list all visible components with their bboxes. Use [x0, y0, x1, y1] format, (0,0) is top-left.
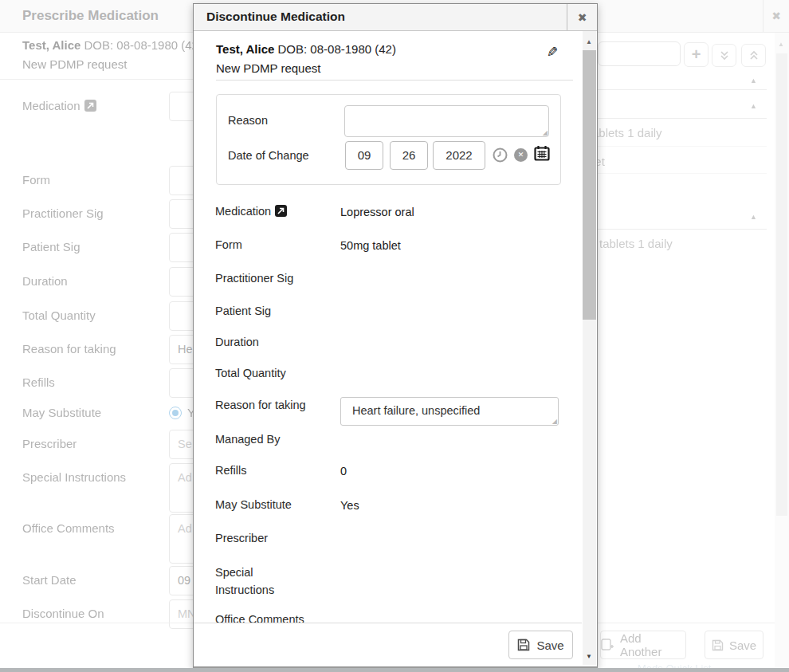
section-collapse-icon[interactable]: ▲	[750, 102, 757, 110]
reason-for-taking-value: Heart failure, unspecified	[352, 404, 480, 417]
dialog-scrollbar-thumb[interactable]	[583, 50, 596, 320]
external-link-icon[interactable]	[84, 100, 96, 112]
resize-grip-icon: ◢	[543, 130, 548, 136]
section-collapse-icon[interactable]: ▲	[750, 77, 757, 84]
save-icon	[712, 639, 724, 651]
divider	[593, 229, 767, 230]
patient-dob: DOB: 08-08-1980 (42)	[278, 42, 396, 56]
value-refills: 0	[340, 465, 347, 477]
collapse-all-button[interactable]	[741, 44, 766, 67]
expand-all-button[interactable]	[712, 44, 736, 67]
add-button[interactable]: +	[684, 42, 709, 67]
add-another-button[interactable]: Add Another	[600, 631, 686, 659]
pdmp-request-text: New PDMP request	[216, 61, 320, 75]
save-button[interactable]: Save	[508, 631, 573, 659]
label-office-comments: Office Comments	[22, 521, 115, 535]
label-reason-for-taking: Reason for taking	[22, 342, 116, 356]
label-medication: Medication	[215, 205, 287, 218]
scroll-up-icon[interactable]: ▲	[586, 38, 592, 45]
label-patient-sig: Patient Sig	[215, 305, 271, 317]
label-may-substitute: May Substitute	[215, 498, 292, 511]
discontinue-medication-dialog: Discontinue Medication ✖ Test, Alice DOB…	[193, 3, 598, 668]
label-duration: Duration	[215, 336, 259, 348]
divider	[593, 173, 767, 174]
label-managed-by: Managed By	[215, 433, 280, 446]
double-chevron-up-icon	[749, 50, 759, 61]
divider	[593, 146, 767, 147]
save-icon	[517, 639, 530, 651]
patient-name: Test, Alice	[22, 38, 80, 52]
label-reason: Reason	[228, 114, 268, 127]
clear-date-icon[interactable]: ✕	[514, 148, 528, 162]
label-date-of-change: Date of Change	[228, 149, 309, 162]
label-refills: Refills	[22, 375, 55, 389]
patient-name: Test, Alice	[216, 42, 274, 56]
reason-for-taking-select[interactable]: Heart failure, unspecified ◢	[340, 397, 559, 426]
page-scrollbar[interactable]: ▲	[775, 33, 789, 668]
label-practitioner-sig: Practitioner Sig	[22, 206, 104, 220]
calendar-icon[interactable]	[534, 145, 550, 164]
dialog-close-button[interactable]: ✖	[567, 4, 597, 30]
scroll-down-icon[interactable]: ▼	[586, 653, 592, 660]
label-total-quantity: Total Quantity	[22, 308, 96, 322]
pdmp-request-text: New PDMP request	[22, 57, 127, 71]
clock-icon[interactable]	[493, 147, 508, 166]
med-list-item: tablets 1 daily	[599, 237, 673, 250]
bottom-bar	[0, 668, 789, 672]
divider	[598, 89, 767, 90]
dialog-footer: Save	[194, 623, 582, 666]
page-close-button[interactable]: ✖	[763, 0, 789, 32]
resize-grip-icon: ◢	[552, 419, 557, 425]
reason-textarea[interactable]: ◢	[344, 105, 549, 137]
app-window: Prescribe Medication ✖ Test, Alice DOB: …	[0, 0, 789, 672]
edit-pencil-icon[interactable]: ✎	[547, 44, 558, 61]
med-list-item: ablets 1 daily	[592, 126, 662, 140]
label-practitioner-sig: Practitioner Sig	[215, 272, 293, 285]
dialog-body: Test, Alice DOB: 08-08-1980 (42) ✎ New P…	[194, 31, 582, 623]
external-link-icon[interactable]	[275, 205, 287, 217]
dialog-title: Discontinue Medication	[206, 10, 345, 24]
reason-date-panel: Reason ◢ Date of Change 09 26 2022 ✕	[216, 94, 561, 185]
dialog-scrollbar[interactable]: ▲ ▼	[583, 31, 596, 665]
label-total-quantity: Total Quantity	[215, 367, 286, 379]
patient-dob: DOB: 08-08-1980 (42	[84, 38, 198, 52]
patient-summary: Test, Alice DOB: 08-08-1980 (42	[22, 38, 198, 52]
plus-icon: +	[692, 45, 701, 64]
close-icon: ✖	[578, 11, 587, 24]
save-button-background[interactable]: Save	[705, 631, 763, 659]
dialog-header: Discontinue Medication ✖	[194, 4, 597, 31]
value-may-substitute: Yes	[340, 499, 359, 512]
double-chevron-down-icon	[720, 50, 729, 61]
label-special-instructions: Special Instructions	[22, 470, 126, 484]
label-form: Form	[22, 173, 50, 187]
divider	[216, 80, 573, 81]
label-special-instructions: Special Instructions	[215, 564, 291, 599]
medication-search-input[interactable]	[598, 41, 681, 66]
section-collapse-icon[interactable]: ▲	[750, 213, 757, 221]
page-title: Prescribe Medication	[22, 8, 159, 24]
label-discontinue-on: Discontinue On	[22, 607, 104, 620]
close-icon: ✖	[771, 10, 781, 22]
date-month-input[interactable]: 09	[345, 141, 383, 170]
label-prescriber: Prescriber	[215, 532, 268, 544]
label-start-date: Start Date	[22, 573, 77, 587]
date-year-input[interactable]: 2022	[433, 141, 485, 170]
value-form: 50mg tablet	[340, 239, 401, 252]
label-refills: Refills	[215, 464, 246, 477]
value-medication: Lopressor oral	[340, 206, 414, 218]
label-prescriber: Prescriber	[22, 437, 77, 450]
label-reason-for-taking: Reason for taking	[215, 399, 306, 411]
date-day-input[interactable]: 26	[390, 141, 428, 170]
may-substitute-radio-yes[interactable]	[169, 407, 182, 419]
add-another-icon	[601, 639, 614, 651]
label-may-substitute: May Substitute	[22, 406, 101, 419]
label-duration: Duration	[22, 274, 68, 288]
label-medication: Medication	[22, 99, 96, 112]
label-patient-sig: Patient Sig	[22, 240, 80, 253]
patient-summary: Test, Alice DOB: 08-08-1980 (42)	[216, 42, 396, 56]
page-scrollbar-thumb[interactable]	[776, 53, 787, 516]
divider	[593, 118, 767, 119]
scroll-up-icon[interactable]: ▲	[778, 41, 784, 48]
label-form: Form	[215, 238, 242, 251]
